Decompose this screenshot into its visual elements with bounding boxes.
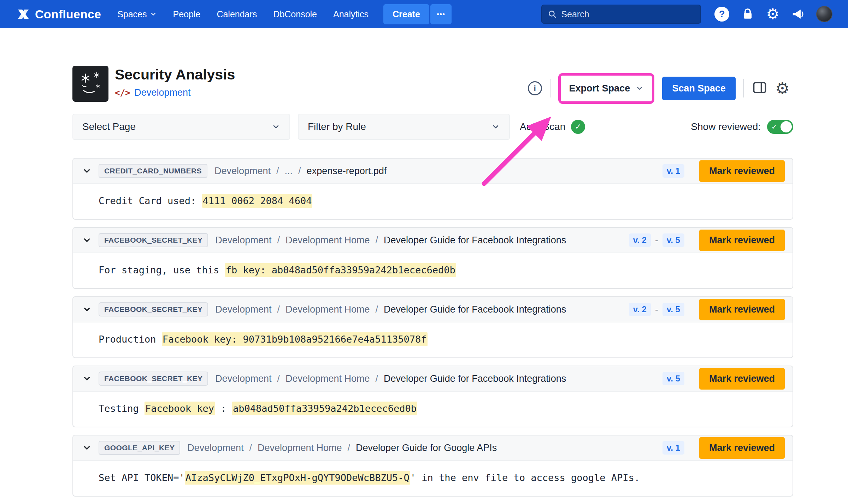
- version-badge[interactable]: v. 5: [662, 372, 684, 385]
- space-breadcrumb: </> Development: [115, 87, 190, 98]
- breadcrumb-item[interactable]: Development Home: [258, 443, 342, 453]
- breadcrumb-item[interactable]: Developer Guide for Google APIs: [356, 443, 497, 453]
- show-reviewed-toggle[interactable]: ✓: [767, 120, 793, 134]
- breadcrumb-item[interactable]: Development: [215, 373, 271, 384]
- version-badge[interactable]: v. 1: [662, 441, 684, 455]
- breadcrumb-separator: /: [277, 304, 280, 315]
- breadcrumb-separator: /: [277, 373, 280, 384]
- sensitive-value: AIzaSyCLWjZ0_ETxgPOxH-gQYT9ODeWcBBZU5-Q: [185, 471, 410, 485]
- header-actions: i Export Space Scan Space ⚙: [528, 69, 790, 107]
- confluence-logo-icon: [16, 7, 30, 21]
- search-input[interactable]: [561, 9, 695, 19]
- breadcrumb-separator: /: [298, 166, 301, 177]
- lock-icon[interactable]: [741, 7, 754, 21]
- rule-badge: FACEBOOK_SECRET_KEY: [99, 302, 208, 316]
- nav-item-label: People: [173, 9, 201, 19]
- finding-header[interactable]: CREDIT_CARD_NUMBERS Development/.../expe…: [73, 159, 793, 184]
- space-link[interactable]: Development: [134, 87, 190, 98]
- admin-gear-icon[interactable]: ⚙: [766, 7, 779, 22]
- help-icon[interactable]: ?: [714, 7, 729, 22]
- breadcrumb-item[interactable]: Development: [214, 166, 271, 177]
- version-badges: v. 5: [662, 372, 684, 385]
- sensitive-value: Facebook key: [145, 402, 215, 415]
- nav-item-label: Analytics: [333, 9, 369, 19]
- snowflake-face-icon: [75, 68, 106, 99]
- finding-card: FACEBOOK_SECRET_KEY Development/Developm…: [72, 296, 793, 358]
- snippet-segment: Testing: [99, 403, 145, 414]
- version-badges: v. 1: [662, 164, 684, 178]
- breadcrumb-item[interactable]: Development Home: [285, 373, 370, 384]
- mark-reviewed-button[interactable]: Mark reviewed: [699, 299, 785, 320]
- breadcrumb-separator: /: [277, 235, 280, 246]
- finding-header[interactable]: FACEBOOK_SECRET_KEY Development/Developm…: [73, 228, 793, 253]
- create-button[interactable]: Create: [383, 4, 429, 24]
- chevron-down-icon: [150, 11, 157, 18]
- breadcrumb-item[interactable]: Development: [215, 235, 271, 246]
- breadcrumb-item[interactable]: Development Home: [285, 304, 370, 315]
- search-box[interactable]: [541, 5, 701, 24]
- version-badge[interactable]: v. 1: [662, 164, 684, 178]
- breadcrumb-item[interactable]: Development: [187, 443, 243, 453]
- divider: [743, 79, 744, 97]
- finding-card: GOOGLE_API_KEY Development/Development H…: [72, 435, 793, 497]
- finding-header[interactable]: FACEBOOK_SECRET_KEY Development/Developm…: [73, 297, 793, 322]
- collapse-chevron-icon[interactable]: [82, 305, 92, 314]
- collapse-chevron-icon[interactable]: [82, 166, 92, 176]
- snippet-segment: :: [215, 403, 232, 414]
- breadcrumb-item[interactable]: Developer Guide for Facebook Integration…: [384, 304, 566, 315]
- select-page-dropdown[interactable]: Select Page: [72, 114, 290, 140]
- filter-by-rule-dropdown[interactable]: Filter by Rule: [298, 114, 510, 140]
- confluence-home-link[interactable]: Confluence: [16, 7, 101, 21]
- breadcrumb-item[interactable]: expense-report.pdf: [307, 166, 387, 177]
- chevron-down-icon: [491, 123, 500, 131]
- collapse-chevron-icon[interactable]: [82, 443, 92, 452]
- info-icon[interactable]: i: [528, 81, 542, 95]
- version-badge[interactable]: v. 2: [629, 233, 651, 247]
- more-actions-button[interactable]: •••: [430, 4, 452, 24]
- breadcrumb: Development/Development Home/Developer G…: [215, 373, 566, 384]
- nav-item-analytics[interactable]: Analytics: [333, 9, 369, 19]
- breadcrumb-item[interactable]: Development: [215, 304, 271, 315]
- finding-body: For staging, use this fb key: ab048ad50f…: [73, 253, 793, 288]
- breadcrumb-item[interactable]: Developer Guide for Facebook Integration…: [384, 235, 566, 246]
- finding-header[interactable]: FACEBOOK_SECRET_KEY Development/Developm…: [73, 366, 793, 392]
- mark-reviewed-button[interactable]: Mark reviewed: [699, 437, 785, 459]
- rule-badge: CREDIT_CARD_NUMBERS: [99, 164, 207, 178]
- nav-item-people[interactable]: People: [173, 9, 201, 19]
- snippet-segment: Set API_TOKEN=': [99, 472, 185, 483]
- megaphone-icon[interactable]: [791, 7, 805, 21]
- breadcrumb-item[interactable]: Development Home: [285, 235, 370, 246]
- mark-reviewed-button[interactable]: Mark reviewed: [699, 230, 785, 251]
- version-badge[interactable]: v. 5: [662, 233, 684, 247]
- create-button-group: Create •••: [383, 4, 452, 24]
- breadcrumb: Development/Development Home/Developer G…: [215, 235, 566, 246]
- space-settings-gear-icon[interactable]: ⚙: [775, 80, 790, 96]
- space-avatar[interactable]: [72, 66, 108, 102]
- sidebar-panel-icon[interactable]: [752, 80, 767, 97]
- nav-item-spaces[interactable]: Spaces: [117, 9, 157, 19]
- breadcrumb-item[interactable]: Developer Guide for Facebook Integration…: [384, 373, 566, 384]
- sensitive-value: Facebook key: 90731b9b108a952166e7e4a511…: [162, 332, 428, 346]
- auto-scan-status: Auto Scan ✓: [520, 120, 585, 134]
- version-badge[interactable]: v. 5: [662, 303, 684, 316]
- user-avatar[interactable]: [816, 6, 832, 22]
- version-badge[interactable]: v. 2: [629, 303, 651, 316]
- export-space-button[interactable]: Export Space: [563, 78, 650, 99]
- finding-card: FACEBOOK_SECRET_KEY Development/Developm…: [72, 366, 793, 427]
- collapse-chevron-icon[interactable]: [82, 374, 92, 383]
- nav-item-calendars[interactable]: Calendars: [217, 9, 257, 19]
- finding-header[interactable]: GOOGLE_API_KEY Development/Development H…: [73, 435, 793, 461]
- breadcrumb-separator: /: [249, 443, 252, 453]
- snippet-segment: For staging, use this: [99, 265, 225, 275]
- mark-reviewed-button[interactable]: Mark reviewed: [699, 160, 785, 182]
- mark-reviewed-button[interactable]: Mark reviewed: [699, 368, 785, 390]
- sensitive-value: fb key: ab048ad50ffa33959a242b1ecec6ed0b: [225, 263, 456, 277]
- chevron-down-icon: [636, 84, 643, 92]
- scan-space-button[interactable]: Scan Space: [662, 77, 736, 100]
- nav-item-dbconsole[interactable]: DbConsole: [273, 9, 317, 19]
- version-range-dash: -: [655, 235, 658, 246]
- breadcrumb-item[interactable]: ...: [285, 166, 293, 177]
- collapse-chevron-icon[interactable]: [82, 236, 92, 245]
- page-title: Security Analysis: [115, 66, 235, 83]
- snippet-text: Set API_TOKEN='AIzaSyCLWjZ0_ETxgPOxH-gQY…: [99, 471, 640, 485]
